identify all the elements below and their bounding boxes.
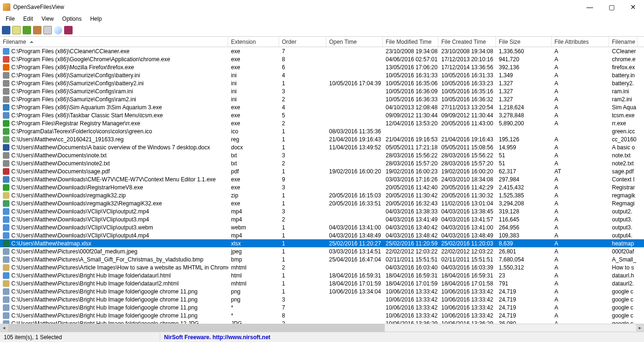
- cell-extension: mp4: [228, 216, 279, 223]
- table-row[interactable]: C:\Users\Matthew\heatmap.xlsxxlsx125/02/…: [0, 239, 644, 247]
- menu-view[interactable]: View: [38, 15, 58, 23]
- table-row[interactable]: C:\Users\Matthew\Documents\note.txttxt32…: [0, 151, 644, 159]
- table-row[interactable]: C:\Program Files (x86)\Taskbar Classic S…: [0, 111, 644, 119]
- table-row[interactable]: C:\Users\Matthew\Pictures\Bright Hub Ima…: [0, 319, 644, 324]
- cell-attrs: A: [552, 200, 609, 207]
- cell-attrs: A: [552, 72, 609, 79]
- table-row[interactable]: C:\Users\Matthew\Pictures\Bright Hub Ima…: [0, 295, 644, 303]
- table-row[interactable]: C:\Program Files (x86)\Samurize\Configs\…: [0, 87, 644, 95]
- table-row[interactable]: C:\Users\Matthew\Documents\sage.pdfpdf11…: [0, 167, 644, 175]
- column-fname2[interactable]: Filename: [609, 37, 637, 47]
- file-icon: [3, 88, 9, 95]
- cell-order: 2: [279, 96, 326, 103]
- notes-button[interactable]: [12, 26, 21, 34]
- table-row[interactable]: C:\Program Files (x86)\CCleaner\CCleaner…: [0, 47, 644, 55]
- table-row[interactable]: C:\Users\Matthew\Pictures\Bright Hub Ima…: [0, 279, 644, 287]
- scroll-thumb[interactable]: [8, 324, 385, 332]
- table-row[interactable]: C:\Users\Matthew\cc_20160421_191633.regr…: [0, 135, 644, 143]
- table-row[interactable]: C:\Program Files (x86)\Mozilla Firefox\f…: [0, 63, 644, 71]
- cell-created: 09/09/2012 11:30:44: [438, 112, 496, 119]
- maximize-button[interactable]: ▢: [601, 0, 622, 14]
- table-row[interactable]: C:\Users\Matthew\Pictures\000f20af_mediu…: [0, 247, 644, 255]
- column-modified[interactable]: File Modified Time: [383, 37, 438, 47]
- cell-attrs: A: [552, 104, 609, 111]
- cell-modified: 10/06/2016 13:33:42: [383, 296, 438, 303]
- scroll-right-icon[interactable]: ►: [636, 324, 644, 332]
- table-row[interactable]: C:\Users\Matthew\Downloads\regmagik32.zi…: [0, 191, 644, 199]
- cell-created: 04/03/2016 13:41:57: [438, 216, 496, 223]
- table-row[interactable]: C:\Users\Matthew\Pictures\Bright Hub Ima…: [0, 287, 644, 295]
- minimize-button[interactable]: —: [579, 0, 601, 14]
- cell-open_time: 10/05/2016 17:04:39: [326, 80, 383, 87]
- cell-fname2: regmagik: [609, 192, 637, 199]
- table-row[interactable]: C:\Users\Matthew\Documents\A basic overv…: [0, 143, 644, 151]
- cell-size: 941,720: [496, 56, 552, 63]
- menu-file[interactable]: File: [2, 15, 18, 23]
- refresh-button[interactable]: [23, 26, 31, 34]
- cell-modified: 10/06/2016 13:33:42: [383, 312, 438, 319]
- find-button[interactable]: [54, 26, 62, 34]
- menu-help[interactable]: Help: [86, 15, 106, 23]
- exit-button[interactable]: [64, 26, 73, 34]
- cell-modified: 25/02/2016 11:20:59: [383, 240, 438, 247]
- copy-button[interactable]: [33, 26, 41, 34]
- table-row[interactable]: C:\Users\Matthew\Pictures\Bright Hub Ima…: [0, 271, 644, 279]
- table-row[interactable]: C:\Program Files (x86)\Samurize\Configs\…: [0, 95, 644, 103]
- column-size[interactable]: File Size: [496, 37, 552, 47]
- cell-extension: xlsx: [228, 240, 279, 247]
- table-row[interactable]: C:\Users\Matthew\Downloads\VClip\VClip\o…: [0, 207, 644, 215]
- horizontal-scrollbar[interactable]: ◄ ►: [0, 324, 644, 332]
- table-row[interactable]: C:\Users\Matthew\Pictures\A_Small_Gift_F…: [0, 255, 644, 263]
- menu-edit[interactable]: Edit: [19, 15, 37, 23]
- cell-order: 1: [279, 128, 326, 135]
- cell-fname2: green.icc: [609, 128, 637, 135]
- cell-extension: ini: [228, 72, 279, 79]
- table-row[interactable]: C:\Users\Matthew\Pictures\Bright Hub Ima…: [0, 303, 644, 311]
- cell-order: 1: [279, 224, 326, 231]
- table-row[interactable]: C:\Program Files (x86)\Sim Aquarium 3\Si…: [0, 103, 644, 111]
- cell-order: 2: [279, 216, 326, 223]
- column-created[interactable]: File Created Time: [438, 37, 496, 47]
- cell-fname2: note2.txt: [609, 160, 637, 167]
- column-open_time[interactable]: Open Time: [326, 37, 383, 47]
- table-row[interactable]: C:\Users\Matthew\Downloads\VClip\VClip\o…: [0, 215, 644, 223]
- column-filename[interactable]: Filename: [0, 37, 228, 47]
- cell-attrs: A: [552, 88, 609, 95]
- table-row[interactable]: C:\Users\Matthew\Pictures\Bright Hub Ima…: [0, 311, 644, 319]
- cell-modified: 19/02/2016 16:00:23: [383, 168, 438, 175]
- cell-order: 7: [279, 48, 326, 55]
- cell-size: 26,801: [496, 248, 552, 255]
- table-row[interactable]: C:\Users\Matthew\Downloads\VClip\VClip\o…: [0, 231, 644, 239]
- table-row[interactable]: C:\Users\Matthew\Downloads\regmagik32\Re…: [0, 199, 644, 207]
- file-icon: [3, 96, 9, 103]
- menu-options[interactable]: Options: [58, 15, 85, 23]
- save-button[interactable]: [2, 26, 10, 34]
- cell-created: 17/12/2013 20:10:16: [438, 56, 496, 63]
- column-extension[interactable]: Extension: [228, 37, 279, 47]
- cell-created: 18/04/2016 17:01:58: [438, 280, 496, 287]
- column-order[interactable]: Order: [279, 37, 326, 47]
- table-row[interactable]: C:\Program Files (x86)\Samurize\Configs\…: [0, 71, 644, 79]
- table-row[interactable]: C:\Users\Matthew\Downloads\VClip\VClip\o…: [0, 223, 644, 231]
- close-button[interactable]: ✕: [622, 0, 644, 14]
- cell-attrs: A: [552, 152, 609, 159]
- file-icon: [3, 56, 9, 63]
- table-row[interactable]: C:\Users\Matthew\Downloads\CME-W7V\CME-W…: [0, 175, 644, 183]
- table-row[interactable]: C:\Users\Matthew\Documents\note2.txttxt2…: [0, 159, 644, 167]
- properties-button[interactable]: [43, 26, 52, 34]
- grid-body[interactable]: C:\Program Files (x86)\CCleaner\CCleaner…: [0, 47, 644, 324]
- cell-size: 51: [496, 160, 552, 167]
- cell-extension: exe: [228, 64, 279, 71]
- cell-fname2: A basic o: [609, 144, 637, 151]
- table-row[interactable]: C:\Program Files (x86)\Google\Chrome\App…: [0, 55, 644, 63]
- table-row[interactable]: C:\Users\Matthew\Downloads\RegistrarHome…: [0, 183, 644, 191]
- status-link[interactable]: NirSoft Freeware. http://www.nirsoft.net: [160, 333, 644, 342]
- cell-size: 1,349: [496, 72, 552, 79]
- table-row[interactable]: C:\ProgramData\Teorex\FolderIco\icons\co…: [0, 127, 644, 135]
- table-row[interactable]: C:\Users\Matthew\Pictures\Article Images…: [0, 263, 644, 271]
- table-row[interactable]: C:\Program Files\Registrar Registry Mana…: [0, 119, 644, 127]
- column-attrs[interactable]: File Attributes: [552, 37, 609, 47]
- table-row[interactable]: C:\Program Files (x86)\Samurize\Configs\…: [0, 79, 644, 87]
- scroll-left-icon[interactable]: ◄: [0, 324, 8, 332]
- file-icon: [3, 160, 9, 167]
